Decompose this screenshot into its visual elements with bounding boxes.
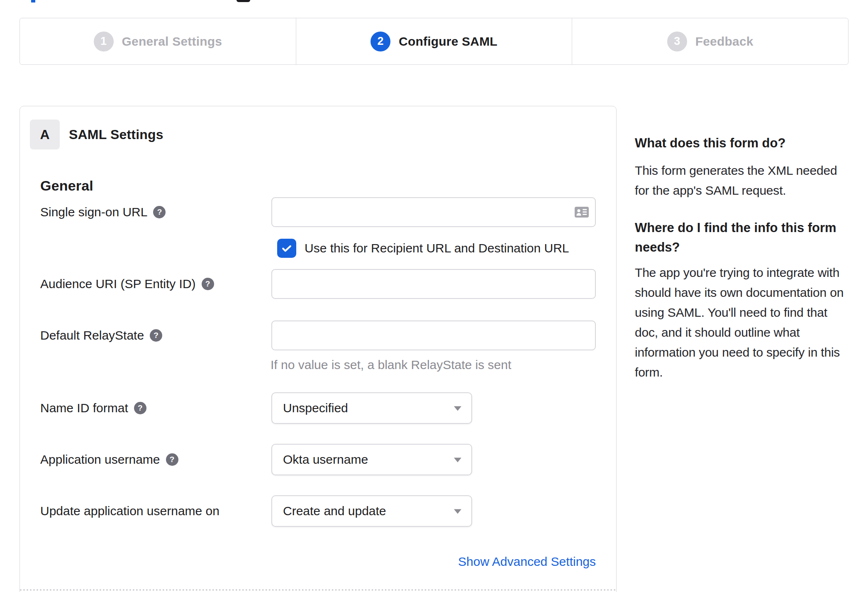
step-general-settings: 1 General Settings: [20, 18, 296, 64]
chevron-down-icon: [454, 509, 461, 514]
recipient-url-checkbox[interactable]: [277, 239, 296, 258]
help-sidebar: What does this form do? This form genera…: [635, 135, 844, 400]
relay-state-label: Default RelayState ?: [40, 327, 162, 344]
application-username-value: Okta username: [283, 453, 368, 467]
sidebar-answer-1: This form generates the XML needed for t…: [635, 161, 844, 201]
step-1-circle: 1: [94, 32, 114, 51]
header-remnant-logo: [237, 0, 250, 2]
wizard-stepper: 1 General Settings 2 Configure SAML 3 Fe…: [20, 18, 848, 65]
audience-uri-input[interactable]: [271, 269, 596, 299]
contact-card-icon: [575, 207, 589, 218]
name-id-format-help-icon[interactable]: ?: [134, 402, 146, 414]
audience-uri-label: Audience URI (SP Entity ID) ?: [40, 276, 214, 292]
application-username-label-text: Application username: [40, 453, 160, 467]
name-id-format-value: Unspecified: [283, 401, 348, 415]
sidebar-question-1: What does this form do?: [635, 135, 844, 152]
sidebar-answer-2: The app you're trying to integrate with …: [635, 263, 844, 382]
step-1-label: General Settings: [122, 34, 222, 49]
configure-saml-page: 1 General Settings 2 Configure SAML 3 Fe…: [0, 0, 868, 592]
step-feedback: 3 Feedback: [572, 18, 848, 64]
application-username-select[interactable]: Okta username: [271, 444, 472, 475]
step-2-label: Configure SAML: [399, 34, 497, 49]
sso-url-help-icon[interactable]: ?: [153, 206, 166, 218]
update-username-label: Update application username on: [40, 503, 219, 519]
general-section-heading: General: [40, 178, 93, 194]
sso-url-input[interactable]: [271, 197, 596, 227]
relay-state-label-text: Default RelayState: [40, 328, 144, 342]
update-username-value: Create and update: [283, 504, 386, 518]
section-divider: [20, 589, 616, 591]
relay-state-help-icon[interactable]: ?: [150, 329, 162, 342]
section-a-badge: A: [30, 120, 60, 149]
recipient-url-checkbox-row: Use this for Recipient URL and Destinati…: [277, 239, 569, 258]
chevron-down-icon: [454, 406, 461, 411]
step-2-circle: 2: [371, 32, 390, 51]
relay-state-hint: If no value is set, a blank RelayState i…: [271, 358, 511, 372]
audience-uri-help-icon[interactable]: ?: [202, 278, 214, 290]
sidebar-question-2: Where do I find the info this form needs…: [635, 218, 844, 257]
step-configure-saml: 2 Configure SAML: [296, 18, 572, 64]
sso-url-input-wrap: [271, 197, 596, 227]
update-username-label-text: Update application username on: [40, 504, 219, 518]
application-username-help-icon[interactable]: ?: [166, 453, 178, 466]
header-remnant-blue: [31, 0, 35, 2]
sso-url-label: Single sign-on URL ?: [40, 204, 166, 220]
name-id-format-label: Name ID format ?: [40, 400, 146, 416]
show-advanced-settings-link[interactable]: Show Advanced Settings: [271, 555, 596, 569]
step-3-label: Feedback: [695, 34, 753, 49]
sso-url-label-text: Single sign-on URL: [40, 205, 147, 219]
application-username-label: Application username ?: [40, 451, 178, 468]
panel-title: SAML Settings: [69, 120, 163, 149]
name-id-format-select[interactable]: Unspecified: [271, 392, 472, 424]
saml-settings-panel: A SAML Settings General Single sign-on U…: [20, 106, 617, 592]
recipient-url-checkbox-label: Use this for Recipient URL and Destinati…: [305, 241, 569, 255]
step-3-circle: 3: [667, 32, 687, 51]
chevron-down-icon: [454, 458, 461, 462]
update-username-select[interactable]: Create and update: [271, 495, 472, 527]
relay-state-input[interactable]: [271, 320, 596, 350]
name-id-format-label-text: Name ID format: [40, 401, 128, 415]
audience-uri-label-text: Audience URI (SP Entity ID): [40, 277, 196, 291]
check-icon: [280, 242, 293, 254]
